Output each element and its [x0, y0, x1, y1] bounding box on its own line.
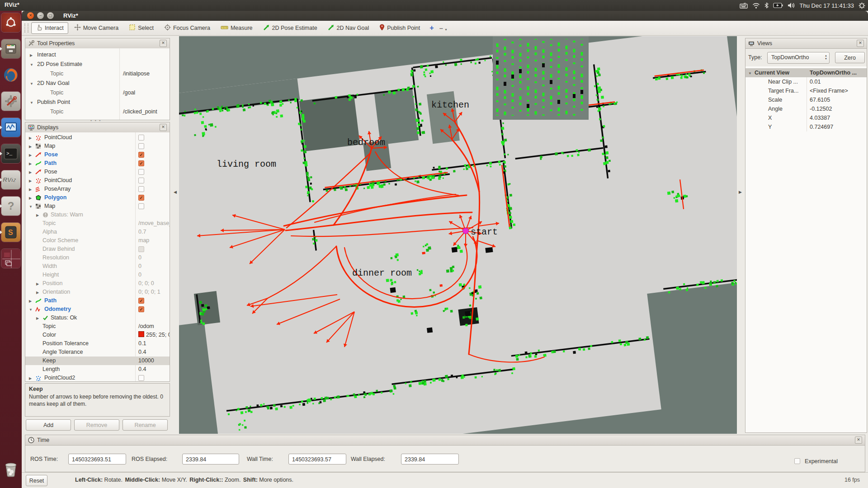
tool-property-row[interactable]: ▼2D Nav Goal	[25, 79, 170, 88]
display-row-map[interactable]: ▼Map	[25, 202, 170, 211]
battery-icon[interactable]	[773, 3, 783, 8]
property-row-draw-behind[interactable]: Draw Behind	[25, 245, 170, 253]
tree-arrow-icon[interactable]: ▼	[30, 79, 33, 89]
tree-arrow-icon[interactable]: ▶	[29, 168, 32, 177]
property-value[interactable]: 0	[138, 253, 142, 262]
tree-arrow-icon[interactable]: ▶	[29, 374, 32, 381]
tool-property-row[interactable]: Topic/clicked_point	[25, 107, 170, 117]
tool-property-row[interactable]: Topic/goal	[25, 88, 170, 98]
display-enabled-checkbox[interactable]	[138, 186, 144, 192]
tool-focus-camera[interactable]: Focus Camera	[160, 22, 215, 34]
tool-property-row[interactable]: ▼Publish Point	[25, 98, 170, 107]
maximize-window-icon[interactable]: ▢	[47, 12, 54, 19]
clock[interactable]: Thu Dec 17 11:41:33	[800, 2, 854, 9]
tree-arrow-icon[interactable]: ▶	[29, 160, 32, 168]
tool-move-camera[interactable]: Move Camera	[70, 22, 123, 34]
bluetooth-icon[interactable]	[764, 2, 769, 9]
tool-2d-nav-goal[interactable]: 2D Nav Goal	[323, 22, 374, 34]
property-row-status-warn[interactable]: ▶Status: Warn	[25, 211, 170, 219]
property-row-topic[interactable]: Topic/move_base_node/global_...	[25, 219, 170, 228]
close-panel-icon[interactable]: ✕	[160, 40, 167, 47]
property-value[interactable]: 0.4	[138, 348, 146, 357]
time-field-input[interactable]: 2339.84	[401, 454, 459, 465]
tree-arrow-icon[interactable]: ▼	[30, 60, 33, 70]
tool-select[interactable]: Select	[124, 22, 158, 34]
close-panel-icon[interactable]: ✕	[160, 124, 167, 131]
time-field-input[interactable]: 2339.84	[182, 454, 239, 465]
tree-arrow-icon[interactable]: ▼	[30, 98, 33, 108]
tool-properties-header[interactable]: Tool Properties ✕	[25, 38, 170, 49]
tree-arrow-icon[interactable]: ▶	[29, 142, 32, 151]
display-enabled-checkbox[interactable]: ✓	[138, 152, 144, 158]
tree-arrow-icon[interactable]: ▶	[36, 314, 39, 323]
minimize-window-icon[interactable]: –	[37, 12, 44, 19]
tool-property-row[interactable]: ▶Interact	[25, 50, 170, 60]
display-enabled-checkbox[interactable]	[138, 178, 144, 183]
property-value[interactable]: 0	[138, 271, 142, 279]
property-value[interactable]: 0.4	[138, 365, 146, 374]
launcher-item-terminal[interactable]: >_	[1, 144, 21, 164]
zero-button[interactable]: Zero	[835, 52, 865, 63]
property-value[interactable]: 0.7	[138, 228, 146, 236]
tree-arrow-icon[interactable]: ▶	[29, 151, 32, 160]
tree-arrow-icon[interactable]: ▶	[29, 177, 32, 185]
tree-arrow-icon[interactable]: ▶	[36, 211, 39, 220]
property-value[interactable]: 255; 25; 0	[138, 331, 170, 339]
property-row-width[interactable]: Width0	[25, 262, 170, 271]
tree-arrow-icon[interactable]: ▶	[30, 51, 33, 60]
power-gear-icon[interactable]	[859, 2, 865, 9]
display-row-pointcloud[interactable]: ▶PointCloud	[25, 176, 170, 185]
launcher-item-workspace-switcher[interactable]	[1, 249, 21, 268]
view-property-value[interactable]: <Fixed Frame>	[810, 86, 848, 95]
property-value[interactable]: /move_base_node/global_...	[138, 219, 170, 228]
view-property-value[interactable]: TopDownOrtho ...	[810, 68, 857, 77]
views-header[interactable]: Views ✕	[745, 38, 867, 49]
close-panel-icon[interactable]: ✕	[857, 40, 864, 47]
display-enabled-checkbox[interactable]	[138, 169, 144, 175]
view-property-row[interactable]: Y0.724697	[745, 122, 867, 131]
property-value[interactable]: /odom	[138, 322, 154, 331]
property-value[interactable]: 0; 0; 0	[138, 279, 154, 288]
time-header[interactable]: Time ✕	[25, 435, 865, 446]
property-row-alpha[interactable]: Alpha0.7	[25, 228, 170, 236]
add-display-button[interactable]: Add	[26, 419, 71, 431]
tool-interact[interactable]: Interact	[31, 22, 68, 34]
volume-icon[interactable]	[788, 2, 795, 9]
property-row-topic[interactable]: Topic/odom	[25, 322, 170, 331]
tool-publish-point[interactable]: Publish Point	[375, 22, 425, 34]
property-row-position-tolerance[interactable]: Position Tolerance0.1	[25, 339, 170, 348]
spinner-up-icon[interactable]: ▲▼	[825, 54, 827, 61]
view-type-dropdown[interactable]: TopDownOrtho ▲▼	[767, 52, 830, 64]
close-panel-icon[interactable]: ✕	[855, 436, 862, 444]
tree-arrow-icon[interactable]: ▶	[36, 280, 39, 288]
property-row-color[interactable]: Color255; 25; 0	[25, 331, 170, 339]
reset-button[interactable]: Reset	[26, 475, 47, 486]
tool-measure[interactable]: Measure	[216, 23, 257, 33]
experimental-checkbox[interactable]	[794, 458, 800, 464]
display-enabled-checkbox[interactable]: ✓	[138, 195, 144, 201]
view-property-row[interactable]: Target Fra...<Fixed Frame>	[745, 86, 867, 95]
property-value[interactable]: map	[138, 236, 149, 245]
3d-viewport[interactable]: kitchenbedroomliving roomdinner roomstar…	[179, 36, 737, 434]
display-enabled-checkbox[interactable]	[138, 203, 144, 209]
display-row-map[interactable]: ▶Map	[25, 142, 170, 150]
tree-arrow-icon[interactable]: ▶	[29, 297, 32, 305]
add-tool-button[interactable]: +	[426, 24, 437, 32]
time-field-input[interactable]: 1450323693.51	[68, 454, 126, 465]
display-row-path[interactable]: ▶Path✓	[25, 296, 170, 305]
left-panel-collapse-handle[interactable]: ◀	[174, 190, 177, 194]
display-row-pointcloud2[interactable]: ▶PointCloud2	[25, 374, 170, 381]
tree-arrow-icon[interactable]: ▼	[29, 305, 33, 314]
property-value[interactable]: 0; 0; 0; 1	[138, 288, 160, 296]
tree-arrow-icon[interactable]: ▶	[29, 185, 32, 194]
time-field-input[interactable]: 1450323693.57	[288, 454, 346, 465]
property-row-color-scheme[interactable]: Color Schememap	[25, 236, 170, 245]
launcher-item-rviz[interactable]: RViz	[1, 170, 21, 190]
property-row-height[interactable]: Height0	[25, 271, 170, 279]
view-property-value[interactable]: 0.01	[810, 77, 821, 86]
display-row-pose[interactable]: ▶Pose✓	[25, 150, 170, 159]
property-row-resolution[interactable]: Resolution0	[25, 253, 170, 262]
launcher-item-files[interactable]	[1, 39, 21, 59]
display-enabled-checkbox[interactable]	[138, 143, 144, 149]
tool-property-row[interactable]: ▼2D Pose Estimate	[25, 60, 170, 69]
